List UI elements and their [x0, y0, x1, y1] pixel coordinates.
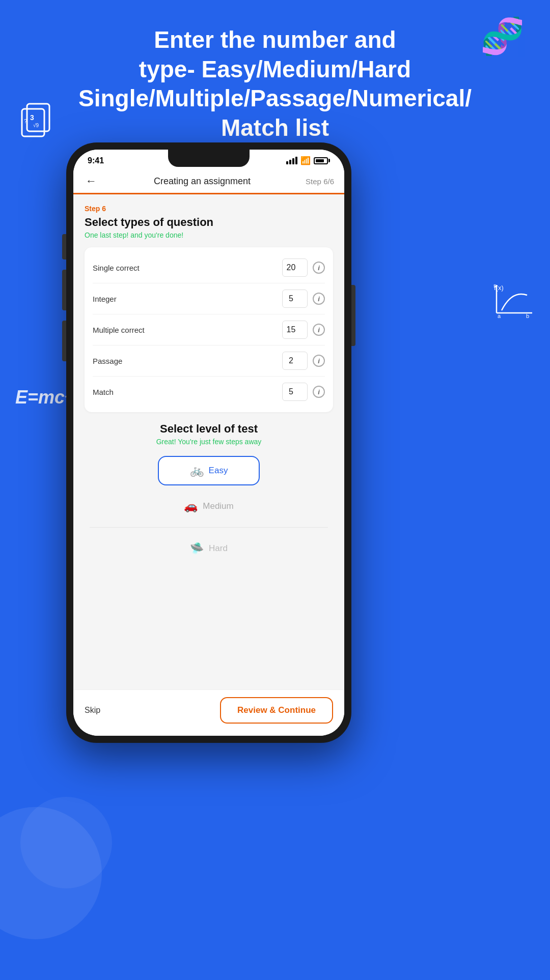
section-title: Select types of question — [85, 216, 333, 229]
level-btn-medium[interactable]: 🚗 Medium — [158, 493, 260, 520]
header-title: Enter the number and type- Easy/Medium/H… — [0, 25, 550, 142]
level-section: Select level of test Great! You're just … — [85, 422, 333, 562]
svg-text:a: a — [498, 313, 501, 319]
question-input-match[interactable] — [282, 383, 308, 401]
question-row-integer: Integer i — [93, 283, 325, 314]
level-btn-hard[interactable]: 🛸 Hard — [158, 535, 260, 562]
level-subtitle: Great! You're just few steps away — [90, 438, 328, 446]
side-button-mute — [62, 234, 66, 260]
nav-step: Step 6/6 — [306, 177, 334, 186]
formula-icon: E=mc² — [15, 387, 71, 408]
side-button-power — [351, 285, 355, 346]
easy-icon: 🚲 — [190, 464, 204, 477]
question-row-single: Single correct i — [93, 252, 325, 283]
question-label-integer: Integer — [93, 295, 282, 303]
phone-screen: 9:41 📶 ← Creating an a — [73, 150, 344, 736]
hard-label: Hard — [209, 543, 228, 554]
info-btn-integer[interactable]: i — [313, 293, 325, 305]
svg-text:s: s — [493, 282, 497, 289]
footer: Skip Review & Continue — [73, 689, 344, 736]
signal-icon — [286, 157, 297, 164]
wifi-icon: 📶 — [300, 156, 311, 165]
screen-content: 9:41 📶 ← Creating an a — [73, 150, 344, 736]
info-btn-single[interactable]: i — [313, 262, 325, 274]
main-content: Step 6 Select types of question One last… — [73, 194, 344, 694]
question-input-multiple[interactable] — [282, 321, 308, 339]
side-button-vol-up — [62, 270, 66, 310]
question-input-integer[interactable] — [282, 290, 308, 308]
side-button-vol-down — [62, 321, 66, 361]
question-types-card: Single correct i Integer i Multiple corr… — [85, 247, 333, 412]
status-time: 9:41 — [88, 156, 104, 165]
easy-label: Easy — [209, 466, 228, 476]
question-row-multiple: Multiple correct i — [93, 314, 325, 345]
section-subtitle: One last step! and you're done! — [85, 231, 333, 239]
question-label-multiple: Multiple correct — [93, 326, 282, 334]
step-label: Step 6 — [85, 205, 333, 213]
question-row-passage: Passage i — [93, 345, 325, 377]
bg-circle-2 — [20, 797, 112, 888]
question-input-passage[interactable] — [282, 352, 308, 370]
svg-text:b: b — [526, 313, 529, 319]
battery-icon — [314, 157, 330, 164]
info-btn-match[interactable]: i — [313, 386, 325, 398]
status-icons: 📶 — [286, 156, 330, 165]
review-continue-button[interactable]: Review & Continue — [220, 697, 333, 724]
phone-frame: 9:41 📶 ← Creating an a — [66, 142, 351, 743]
question-input-single[interactable] — [282, 258, 308, 277]
level-btn-easy[interactable]: 🚲 Easy — [158, 456, 260, 485]
graph-icon: f(x) a b s — [491, 280, 537, 323]
back-button[interactable]: ← — [84, 172, 99, 190]
nav-bar: ← Creating an assignment Step 6/6 — [73, 167, 344, 194]
divider — [90, 527, 328, 528]
phone-notch — [168, 150, 250, 167]
skip-button[interactable]: Skip — [85, 706, 100, 715]
medium-icon: 🚗 — [184, 500, 198, 513]
medium-label: Medium — [203, 501, 233, 511]
question-label-passage: Passage — [93, 357, 282, 365]
question-label-single: Single correct — [93, 264, 282, 272]
info-btn-passage[interactable]: i — [313, 355, 325, 367]
question-row-match: Match i — [93, 377, 325, 407]
nav-title: Creating an assignment — [99, 176, 306, 187]
hard-icon: 🛸 — [190, 542, 204, 555]
info-btn-multiple[interactable]: i — [313, 324, 325, 336]
level-title: Select level of test — [90, 422, 328, 436]
question-label-match: Match — [93, 388, 282, 396]
